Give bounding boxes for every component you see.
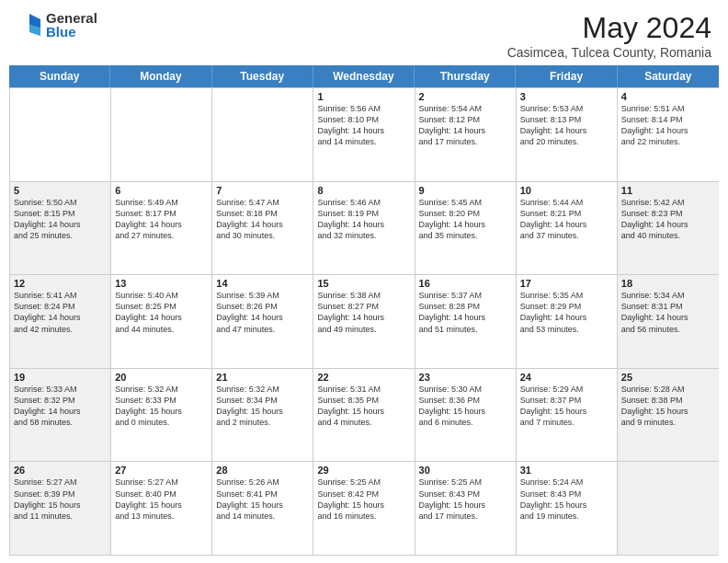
- cell-info: Sunrise: 5:25 AM Sunset: 8:43 PM Dayligh…: [419, 477, 512, 522]
- calendar-row: 5Sunrise: 5:50 AM Sunset: 8:15 PM Daylig…: [10, 182, 719, 276]
- weekday-header: Saturday: [618, 65, 719, 87]
- calendar-cell: 26Sunrise: 5:27 AM Sunset: 8:39 PM Dayli…: [10, 462, 111, 555]
- cell-info: Sunrise: 5:44 AM Sunset: 8:21 PM Dayligh…: [520, 197, 613, 242]
- logo-blue: Blue: [46, 25, 97, 39]
- calendar-cell: 29Sunrise: 5:25 AM Sunset: 8:42 PM Dayli…: [313, 462, 415, 555]
- cell-info: Sunrise: 5:40 AM Sunset: 8:25 PM Dayligh…: [115, 290, 208, 335]
- calendar-cell: 14Sunrise: 5:39 AM Sunset: 8:26 PM Dayli…: [212, 275, 313, 368]
- calendar-header: SundayMondayTuesdayWednesdayThursdayFrid…: [9, 65, 719, 87]
- cell-info: Sunrise: 5:32 AM Sunset: 8:33 PM Dayligh…: [115, 384, 208, 429]
- day-number: 1: [317, 91, 410, 102]
- day-number: 19: [14, 372, 107, 383]
- weekday-header: Monday: [110, 65, 211, 87]
- cell-info: Sunrise: 5:46 AM Sunset: 8:19 PM Dayligh…: [317, 197, 410, 242]
- cell-info: Sunrise: 5:26 AM Sunset: 8:41 PM Dayligh…: [216, 477, 309, 522]
- calendar: SundayMondayTuesdayWednesdayThursdayFrid…: [0, 65, 728, 563]
- cell-info: Sunrise: 5:29 AM Sunset: 8:37 PM Dayligh…: [520, 384, 613, 429]
- header: General Blue May 2024 Casimcea, Tulcea C…: [0, 0, 728, 65]
- calendar-cell: [212, 88, 313, 181]
- calendar-cell: 4Sunrise: 5:51 AM Sunset: 8:14 PM Daylig…: [618, 88, 719, 181]
- cell-info: Sunrise: 5:54 AM Sunset: 8:12 PM Dayligh…: [419, 103, 512, 148]
- day-number: 10: [520, 185, 613, 196]
- cell-info: Sunrise: 5:37 AM Sunset: 8:28 PM Dayligh…: [419, 290, 512, 335]
- calendar-cell: 18Sunrise: 5:34 AM Sunset: 8:31 PM Dayli…: [618, 275, 719, 368]
- calendar-cell: [111, 88, 212, 181]
- logo-icon: [17, 12, 42, 38]
- cell-info: Sunrise: 5:32 AM Sunset: 8:34 PM Dayligh…: [216, 384, 309, 429]
- day-number: 31: [520, 465, 613, 476]
- day-number: 16: [419, 278, 512, 289]
- day-number: 4: [621, 91, 715, 102]
- calendar-cell: 8Sunrise: 5:46 AM Sunset: 8:19 PM Daylig…: [313, 182, 415, 275]
- calendar-cell: 17Sunrise: 5:35 AM Sunset: 8:29 PM Dayli…: [517, 275, 618, 368]
- calendar-cell: 3Sunrise: 5:53 AM Sunset: 8:13 PM Daylig…: [517, 88, 618, 181]
- weekday-header: Thursday: [415, 65, 516, 87]
- weekday-header: Wednesday: [313, 65, 415, 87]
- cell-info: Sunrise: 5:47 AM Sunset: 8:18 PM Dayligh…: [216, 197, 309, 242]
- cell-info: Sunrise: 5:30 AM Sunset: 8:36 PM Dayligh…: [419, 384, 512, 429]
- cell-info: Sunrise: 5:39 AM Sunset: 8:26 PM Dayligh…: [216, 290, 309, 335]
- cell-info: Sunrise: 5:35 AM Sunset: 8:29 PM Dayligh…: [520, 290, 613, 335]
- day-number: 26: [14, 465, 107, 476]
- cell-info: Sunrise: 5:28 AM Sunset: 8:38 PM Dayligh…: [621, 384, 715, 429]
- calendar-cell: 9Sunrise: 5:45 AM Sunset: 8:20 PM Daylig…: [415, 182, 517, 275]
- day-number: 24: [520, 372, 613, 383]
- calendar-cell: 15Sunrise: 5:38 AM Sunset: 8:27 PM Dayli…: [313, 275, 415, 368]
- calendar-cell: 25Sunrise: 5:28 AM Sunset: 8:38 PM Dayli…: [618, 369, 719, 462]
- cell-info: Sunrise: 5:31 AM Sunset: 8:35 PM Dayligh…: [317, 384, 410, 429]
- cell-info: Sunrise: 5:45 AM Sunset: 8:20 PM Dayligh…: [419, 197, 512, 242]
- day-number: 22: [317, 372, 410, 383]
- day-number: 12: [14, 278, 107, 289]
- day-number: 23: [419, 372, 512, 383]
- cell-info: Sunrise: 5:25 AM Sunset: 8:42 PM Dayligh…: [317, 477, 410, 522]
- calendar-cell: [618, 462, 719, 555]
- cell-info: Sunrise: 5:53 AM Sunset: 8:13 PM Dayligh…: [520, 103, 613, 148]
- title-block: May 2024 Casimcea, Tulcea County, Romani…: [507, 11, 711, 60]
- calendar-cell: 30Sunrise: 5:25 AM Sunset: 8:43 PM Dayli…: [415, 462, 517, 555]
- day-number: 5: [14, 185, 107, 196]
- cell-info: Sunrise: 5:56 AM Sunset: 8:10 PM Dayligh…: [317, 103, 410, 148]
- calendar-row: 19Sunrise: 5:33 AM Sunset: 8:32 PM Dayli…: [10, 369, 719, 463]
- cell-info: Sunrise: 5:27 AM Sunset: 8:40 PM Dayligh…: [115, 477, 208, 522]
- logo: General Blue: [17, 11, 97, 39]
- calendar-cell: 12Sunrise: 5:41 AM Sunset: 8:24 PM Dayli…: [10, 275, 111, 368]
- calendar-cell: 27Sunrise: 5:27 AM Sunset: 8:40 PM Dayli…: [111, 462, 212, 555]
- cell-info: Sunrise: 5:34 AM Sunset: 8:31 PM Dayligh…: [621, 290, 715, 335]
- calendar-cell: 24Sunrise: 5:29 AM Sunset: 8:37 PM Dayli…: [517, 369, 618, 462]
- day-number: 11: [621, 185, 715, 196]
- calendar-cell: 21Sunrise: 5:32 AM Sunset: 8:34 PM Dayli…: [212, 369, 313, 462]
- calendar-cell: 22Sunrise: 5:31 AM Sunset: 8:35 PM Dayli…: [313, 369, 415, 462]
- calendar-row: 26Sunrise: 5:27 AM Sunset: 8:39 PM Dayli…: [10, 462, 719, 556]
- page: General Blue May 2024 Casimcea, Tulcea C…: [0, 0, 728, 563]
- cell-info: Sunrise: 5:33 AM Sunset: 8:32 PM Dayligh…: [14, 384, 107, 429]
- day-number: 3: [520, 91, 613, 102]
- calendar-row: 12Sunrise: 5:41 AM Sunset: 8:24 PM Dayli…: [10, 275, 719, 369]
- location: Casimcea, Tulcea County, Romania: [507, 45, 711, 60]
- cell-info: Sunrise: 5:27 AM Sunset: 8:39 PM Dayligh…: [14, 477, 107, 522]
- calendar-cell: 11Sunrise: 5:42 AM Sunset: 8:23 PM Dayli…: [618, 182, 719, 275]
- day-number: 14: [216, 278, 309, 289]
- calendar-body: 1Sunrise: 5:56 AM Sunset: 8:10 PM Daylig…: [9, 87, 719, 556]
- day-number: 7: [216, 185, 309, 196]
- logo-general: General: [46, 11, 97, 25]
- cell-info: Sunrise: 5:51 AM Sunset: 8:14 PM Dayligh…: [621, 103, 715, 148]
- calendar-cell: 16Sunrise: 5:37 AM Sunset: 8:28 PM Dayli…: [415, 275, 517, 368]
- day-number: 20: [115, 372, 208, 383]
- day-number: 8: [317, 185, 410, 196]
- calendar-cell: 7Sunrise: 5:47 AM Sunset: 8:18 PM Daylig…: [212, 182, 313, 275]
- day-number: 28: [216, 465, 309, 476]
- cell-info: Sunrise: 5:50 AM Sunset: 8:15 PM Dayligh…: [14, 197, 107, 242]
- month-title: May 2024: [507, 11, 711, 45]
- day-number: 21: [216, 372, 309, 383]
- day-number: 2: [419, 91, 512, 102]
- cell-info: Sunrise: 5:49 AM Sunset: 8:17 PM Dayligh…: [115, 197, 208, 242]
- day-number: 15: [317, 278, 410, 289]
- day-number: 27: [115, 465, 208, 476]
- day-number: 29: [317, 465, 410, 476]
- day-number: 6: [115, 185, 208, 196]
- cell-info: Sunrise: 5:41 AM Sunset: 8:24 PM Dayligh…: [14, 290, 107, 335]
- weekday-header: Tuesday: [212, 65, 313, 87]
- calendar-cell: 23Sunrise: 5:30 AM Sunset: 8:36 PM Dayli…: [415, 369, 517, 462]
- calendar-cell: 2Sunrise: 5:54 AM Sunset: 8:12 PM Daylig…: [415, 88, 517, 181]
- calendar-row: 1Sunrise: 5:56 AM Sunset: 8:10 PM Daylig…: [10, 88, 719, 182]
